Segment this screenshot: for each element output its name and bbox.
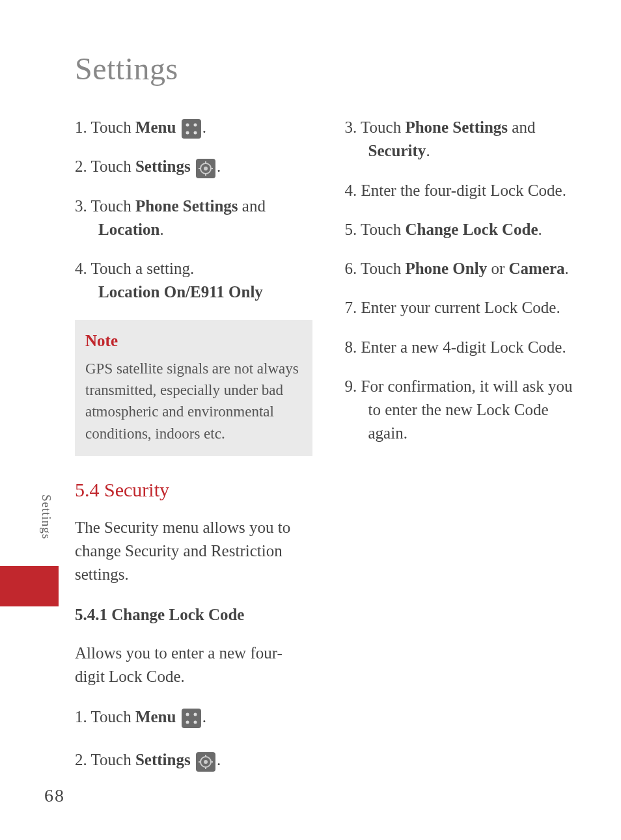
step: 2. Touch Settings .: [75, 748, 312, 772]
step-text: Touch: [357, 260, 405, 277]
note-title: Note: [85, 329, 302, 353]
step-number: 5.: [345, 221, 357, 238]
step-text: For confirmation, it will ask you to ent…: [357, 377, 572, 442]
step-number: 1.: [75, 118, 87, 136]
step: 1. Touch Menu .: [75, 705, 312, 729]
step-text: Touch: [87, 197, 135, 215]
svg-rect-0: [182, 119, 201, 139]
step: 3. Touch Phone Settings and Location.: [75, 195, 312, 242]
step-text: .: [217, 157, 221, 175]
step-text: and: [238, 197, 266, 215]
section-heading: 5.4 Security: [75, 476, 312, 504]
step: 6. Touch Phone Only or Camera.: [345, 257, 583, 280]
step-bold: Menu: [135, 708, 176, 725]
step-number: 4.: [345, 182, 357, 199]
step-number: 6.: [345, 260, 357, 277]
step-text: Touch: [87, 157, 135, 175]
step-bold: Security: [368, 142, 426, 159]
section-body: The Security menu allows you to change S…: [75, 516, 312, 587]
svg-point-4: [193, 131, 197, 135]
step-text: .: [565, 260, 569, 277]
step: 7. Enter your current Lock Code.: [345, 296, 583, 319]
side-tab-label: Settings: [39, 495, 53, 539]
svg-point-16: [193, 721, 197, 724]
step-bold: Settings: [135, 157, 191, 175]
svg-point-14: [193, 713, 197, 716]
step-number: 9.: [345, 377, 357, 395]
step-number: 2.: [75, 157, 87, 175]
step-text: Touch: [357, 221, 405, 238]
svg-point-1: [186, 124, 189, 127]
step-number: 8.: [345, 338, 357, 356]
step-bold: Location On/E911 Only: [98, 283, 263, 301]
step-number: 2.: [75, 751, 87, 768]
note-body: GPS satellite signals are not always tra…: [85, 358, 302, 444]
menu-icon: [182, 709, 201, 728]
step-text: .: [159, 221, 163, 238]
svg-point-13: [186, 713, 189, 716]
menu-icon: [182, 119, 201, 139]
step: 5. Touch Change Lock Code.: [345, 218, 583, 241]
step-text: Touch: [87, 708, 135, 725]
step: 4. Enter the four-digit Lock Code.: [345, 179, 583, 202]
step-text: Touch a setting.: [87, 260, 194, 277]
step-bold: Phone Settings: [135, 197, 238, 215]
svg-point-2: [193, 124, 197, 127]
step-number: 3.: [75, 197, 87, 215]
sub-heading: 5.4.1 Change Lock Code: [75, 603, 312, 627]
step-text: Enter a new 4-digit Lock Code.: [357, 338, 566, 356]
step-text: Touch: [87, 118, 135, 136]
step-text: Enter your current Lock Code.: [357, 299, 560, 316]
content-columns: 1. Touch Menu . 2. Touch Settings . 3. T…: [75, 116, 582, 775]
step-bold: Settings: [135, 751, 191, 768]
step-text: Enter the four-digit Lock Code.: [357, 182, 566, 199]
step-bold: Change Lock Code: [405, 221, 538, 238]
step-text: Touch: [87, 751, 135, 768]
sub-body: Allows you to enter a new four-digit Loc…: [75, 642, 312, 689]
step-number: 7.: [345, 299, 357, 316]
step-bold: Menu: [135, 118, 176, 136]
step: 8. Enter a new 4-digit Lock Code.: [345, 336, 583, 359]
step: 1. Touch Menu .: [75, 116, 312, 139]
svg-point-19: [204, 760, 208, 764]
step: 2. Touch Settings .: [75, 155, 312, 178]
step-bold: Phone Only: [405, 260, 487, 277]
gear-icon: [196, 159, 215, 178]
step-text: .: [538, 221, 542, 238]
side-tab: Settings: [38, 495, 56, 612]
step-bold: Phone Settings: [405, 118, 508, 136]
step-text: .: [217, 751, 221, 768]
side-tab-highlight: [0, 566, 59, 606]
svg-rect-12: [182, 709, 201, 728]
step-text: or: [487, 260, 508, 277]
gear-icon: [196, 752, 215, 772]
svg-point-15: [186, 721, 189, 724]
step-number: 4.: [75, 260, 87, 277]
step-bold: Location: [98, 221, 159, 238]
step: 9. For confirmation, it will ask you to …: [345, 375, 583, 446]
step-number: 3.: [345, 118, 357, 136]
page-title: Settings: [75, 51, 178, 87]
page-number: 68: [44, 785, 65, 806]
note-box: Note GPS satellite signals are not alway…: [75, 320, 312, 457]
svg-point-3: [186, 131, 189, 135]
step-text: and: [508, 118, 535, 136]
step-text: .: [202, 118, 206, 136]
step-text: .: [202, 708, 206, 725]
step: 3. Touch Phone Settings and Security.: [345, 116, 583, 163]
step: 4. Touch a setting.Location On/E911 Only: [75, 257, 312, 305]
step-bold: Camera: [508, 260, 564, 277]
step-text: Touch: [357, 118, 405, 136]
svg-point-7: [204, 167, 208, 170]
step-number: 1.: [75, 708, 87, 725]
step-text: .: [426, 142, 430, 159]
